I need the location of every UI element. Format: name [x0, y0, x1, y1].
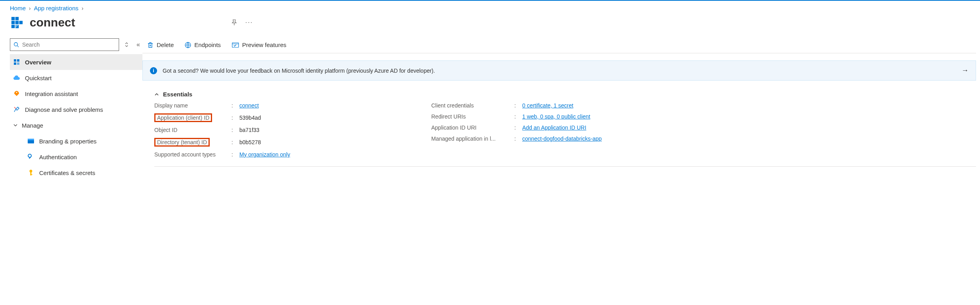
client-id-label: Application (client) ID	[154, 113, 231, 122]
sidebar-item-label: Integration assistant	[25, 90, 78, 97]
svg-rect-3	[15, 21, 19, 24]
svg-rect-1	[15, 17, 19, 21]
endpoints-button[interactable]: Endpoints	[185, 41, 221, 48]
client-id-value: 539b4ad	[239, 115, 261, 121]
redirect-uris-value[interactable]: 1 web, 0 spa, 0 public client	[522, 113, 590, 120]
tenant-id-label: Directory (tenant) ID	[154, 138, 231, 147]
account-types-value[interactable]: My organization only	[239, 151, 290, 158]
svg-rect-17	[30, 174, 32, 175]
sidebar-item-label: Diagnose and solve problems	[25, 106, 103, 113]
svg-rect-11	[17, 62, 19, 65]
branding-icon	[27, 139, 34, 143]
info-text: Got a second? We would love your feedbac…	[163, 68, 956, 74]
essentials-grid: Display name : connect Application (clie…	[154, 102, 976, 167]
essentials-toggle[interactable]: Essentials	[154, 91, 976, 98]
chevron-right-icon: ›	[82, 5, 83, 11]
cmd-label: Preview features	[242, 41, 286, 48]
breadcrumb: Home › App registrations ›	[10, 5, 980, 11]
svg-point-7	[14, 43, 18, 46]
sidebar-section-manage[interactable]: Manage	[10, 117, 142, 133]
essentials-label: Essentials	[163, 91, 192, 98]
svg-rect-4	[19, 21, 23, 24]
app-icon	[10, 15, 24, 30]
svg-rect-8	[14, 59, 16, 62]
command-bar: Delete Endpoints	[142, 38, 976, 53]
object-id-label: Object ID	[154, 127, 231, 133]
more-icon[interactable]: ···	[245, 19, 253, 26]
sidebar-item-authentication[interactable]: Authentication	[10, 149, 142, 165]
key-icon	[27, 169, 34, 176]
pin-icon[interactable]	[231, 19, 237, 26]
sidebar-item-label: Branding & properties	[39, 138, 97, 145]
chevron-down-icon	[13, 123, 18, 128]
search-box[interactable]	[10, 38, 119, 51]
tenant-id-value: b0b5278	[239, 139, 261, 145]
chevron-right-icon: ›	[29, 5, 31, 11]
account-types-label: Supported account types	[154, 151, 231, 158]
chevron-up-icon	[154, 92, 159, 97]
sidebar-item-branding[interactable]: Branding & properties	[10, 133, 142, 149]
svg-rect-9	[17, 59, 19, 62]
object-id-value: ba71f33	[239, 127, 260, 133]
display-name-label: Display name	[154, 102, 231, 109]
trash-icon	[147, 42, 154, 48]
cmd-label: Delete	[157, 41, 174, 48]
sidebar-item-quickstart[interactable]: Quickstart	[10, 70, 142, 86]
sidebar: « Overview	[10, 38, 142, 181]
svg-rect-0	[11, 17, 15, 21]
sidebar-item-integration-assistant[interactable]: Integration assistant	[10, 86, 142, 102]
search-icon	[13, 42, 19, 47]
preview-features-button[interactable]: Preview features	[232, 41, 286, 48]
client-creds-label: Client credentials	[431, 102, 514, 109]
page-title: connect	[30, 16, 75, 29]
managed-app-label: Managed application in l...	[431, 136, 514, 142]
wrench-icon	[13, 106, 20, 113]
sidebar-item-label: Quickstart	[25, 75, 52, 81]
svg-rect-5	[11, 25, 15, 28]
app-id-uri-value[interactable]: Add an Application ID URI	[522, 124, 586, 131]
cmd-label: Endpoints	[194, 41, 221, 48]
display-name-value[interactable]: connect	[239, 102, 259, 109]
sidebar-item-label: Authentication	[39, 154, 77, 160]
sidebar-item-certificates[interactable]: Certificates & secrets	[10, 165, 142, 181]
chevrons-vertical-icon[interactable]	[123, 42, 130, 47]
preview-icon	[232, 42, 239, 48]
rocket-icon	[13, 90, 20, 97]
breadcrumb-app-registrations[interactable]: App registrations	[34, 5, 79, 11]
svg-point-15	[30, 170, 32, 173]
info-icon: i	[150, 67, 157, 74]
breadcrumb-home[interactable]: Home	[10, 5, 26, 11]
collapse-icon[interactable]: «	[134, 41, 142, 48]
sidebar-item-label: Overview	[25, 59, 51, 66]
client-creds-value[interactable]: 0 certificate, 1 secret	[522, 102, 573, 109]
svg-rect-10	[14, 62, 16, 65]
redirect-uris-label: Redirect URIs	[431, 113, 514, 120]
svg-rect-2	[11, 21, 15, 24]
app-id-uri-label: Application ID URI	[431, 124, 514, 131]
sidebar-section-label: Manage	[22, 122, 43, 129]
sidebar-item-overview[interactable]: Overview	[10, 54, 142, 70]
sidebar-item-diagnose[interactable]: Diagnose and solve problems	[10, 102, 142, 117]
svg-rect-14	[28, 139, 34, 140]
arrow-right-icon[interactable]: →	[961, 66, 969, 75]
cloud-icon	[13, 75, 20, 81]
globe-icon	[185, 42, 191, 48]
managed-app-value[interactable]: connect-dogfood-databricks-app	[522, 136, 602, 142]
svg-point-12	[16, 92, 17, 93]
info-bar: i Got a second? We would love your feedb…	[142, 60, 976, 81]
auth-icon	[27, 154, 34, 160]
main-content: Delete Endpoints	[142, 38, 980, 181]
delete-button[interactable]: Delete	[147, 41, 174, 48]
search-input[interactable]	[22, 41, 116, 48]
overview-icon	[13, 59, 20, 65]
sidebar-item-label: Certificates & secrets	[39, 169, 95, 176]
